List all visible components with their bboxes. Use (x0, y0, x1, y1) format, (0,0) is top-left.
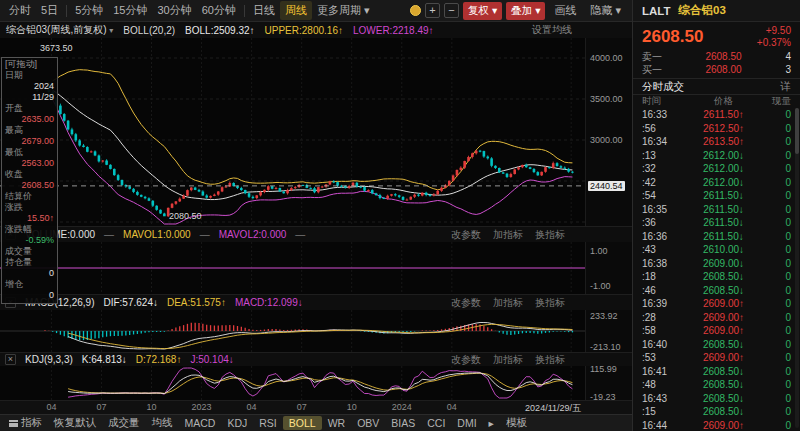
tick-time: 16:43 (642, 393, 678, 404)
indicator-button-10[interactable]: BIAS (385, 416, 421, 430)
ohlc-tooltip[interactable]: [可拖动]日期202411/29开盘2635.00最高2679.00最低2563… (1, 57, 58, 304)
macd-action-0[interactable]: 改参数 (451, 296, 481, 310)
period-button-0[interactable]: 分时 (4, 1, 36, 20)
indicator-button-2[interactable]: 成交量 (102, 415, 146, 431)
macd-chart-canvas[interactable] (0, 310, 585, 352)
tick-time: 16:36 (642, 231, 678, 242)
tooltip-field-value: 2635.00 (5, 114, 54, 125)
order-book: 卖一 2608.50 4 买一 2608.00 3 (633, 50, 800, 76)
tick-price: 2609.00↓ (678, 258, 769, 269)
bid-volume: 3 (773, 64, 791, 75)
volume-chart-canvas[interactable] (0, 242, 585, 294)
tick-volume: 0 (769, 352, 791, 363)
tick-price: 2611.50↓ (678, 190, 769, 201)
ask-volume: 4 (773, 51, 791, 62)
indicator-button-14[interactable]: 模板 (500, 415, 533, 431)
indicator-readout: BOLL:2509.32↑UPPER:2800.16↑LOWER:2218.49… (185, 25, 444, 36)
period-button-1[interactable]: 5日 (36, 1, 63, 20)
kdj-action-2[interactable]: 换指标 (535, 353, 565, 367)
main-chart-row: 3673.502080.50 4000.003500.003000.002440… (0, 38, 632, 226)
indicator-button-3[interactable]: 均线 (146, 415, 179, 431)
indicator-button-9[interactable]: OBV (351, 416, 385, 430)
tick-price: 2608.50↓ (678, 366, 769, 377)
tick-list-scrollbar[interactable] (795, 108, 799, 428)
indicator-button-8[interactable]: WR (322, 416, 352, 430)
macd-action-1[interactable]: 加指标 (493, 296, 523, 310)
period-button-4[interactable]: 30分钟 (153, 1, 197, 20)
tick-row: :462608.50↓0 (642, 284, 791, 298)
indicator-button-6[interactable]: RSI (253, 416, 283, 430)
toolbar-action-3[interactable]: 隐藏 ▾ (585, 1, 626, 20)
zoom-out-button[interactable]: − (444, 3, 459, 18)
tooltip-field-label: 结算价 (5, 191, 54, 202)
instrument-selector[interactable]: 综合铝03(周线,前复权) ▾ (6, 23, 113, 37)
tick-time: :56 (642, 123, 678, 134)
toolbar-action-2[interactable]: 画线 (549, 1, 581, 20)
tick-volume: 0 (769, 150, 791, 161)
indicator-button-0[interactable]: 指标 (3, 415, 48, 431)
tick-volume: 0 (769, 244, 791, 255)
kdj-action-1[interactable]: 加指标 (493, 353, 523, 367)
tick-row: 16:332611.50↑0 (642, 108, 791, 122)
indicator-button-4[interactable]: MACD (179, 416, 222, 430)
tick-volume: 0 (769, 325, 791, 336)
scrollbar-thumb[interactable] (795, 108, 799, 154)
y-axis-label: -213.10 (590, 342, 621, 352)
tick-time: 16:34 (642, 136, 678, 147)
x-axis-tick: 2024/11/29/五 (525, 402, 581, 415)
indicator-name[interactable]: BOLL(20,2) (123, 25, 175, 36)
tick-volume: 0 (769, 136, 791, 147)
period-button-2[interactable]: 5分钟 (70, 1, 108, 20)
indicator-button-13[interactable]: ▸ (483, 416, 500, 430)
last-price-block: 2608.50 +9.50 +0.37% (633, 22, 800, 50)
detail-link[interactable]: 详 (781, 80, 792, 94)
zoom-in-button[interactable]: + (425, 3, 440, 18)
coin-icon[interactable] (410, 5, 421, 16)
tick-time: :32 (642, 163, 678, 174)
volume-action-0[interactable]: 改参数 (451, 228, 481, 242)
trading-app: 分时5日5分钟15分钟30分钟60分钟日线周线更多周期 ▾+−复权 ▾叠加 ▾画… (0, 0, 800, 431)
x-axis-tick: 07 (96, 402, 106, 412)
tooltip-field-label: 涨跌 (5, 202, 54, 213)
indicator-button-12[interactable]: DMI (451, 416, 482, 430)
tick-row: 16:352611.50↓0 (642, 203, 791, 217)
kdj-action-0[interactable]: 改参数 (451, 353, 481, 367)
kdj-chart-canvas[interactable] (0, 366, 585, 400)
tick-price: 2612.50↑ (678, 123, 769, 134)
quote-header[interactable]: LALT 综合铝03 (633, 0, 800, 22)
tick-time: :53 (642, 352, 678, 363)
period-button-8[interactable]: 更多周期 ▾ (312, 1, 375, 20)
indicator-button-label: BOLL (289, 417, 316, 429)
tab-tick-trades[interactable]: 分时成交 (642, 80, 684, 94)
close-panel-icon[interactable]: × (5, 354, 16, 365)
indicator-button-7[interactable]: BOLL (283, 416, 322, 430)
period-button-3[interactable]: 15分钟 (108, 1, 152, 20)
tick-list[interactable]: 16:332611.50↑0:562612.50↑016:342613.50↑0… (633, 108, 800, 431)
indicator-menu-icon (9, 420, 18, 427)
indicator-button-11[interactable]: CCI (421, 416, 451, 430)
tick-price: 2613.50↑ (678, 136, 769, 147)
macd-action-2[interactable]: 换指标 (535, 296, 565, 310)
x-axis-tick: 2024 (392, 402, 412, 412)
indicator-button-label: RSI (259, 417, 277, 429)
toolbar-divider (66, 5, 67, 17)
period-button-6[interactable]: 日线 (248, 1, 280, 20)
tick-row: :182608.50↓0 (642, 270, 791, 284)
tick-time: :43 (642, 244, 678, 255)
volume-action-2[interactable]: 换指标 (535, 228, 565, 242)
period-button-7[interactable]: 周线 (280, 1, 312, 20)
toolbar-action-1[interactable]: 叠加 ▾ (506, 2, 545, 20)
indicator-button-1[interactable]: 恢复默认 (48, 415, 102, 431)
indicator-button-5[interactable]: KDJ (221, 416, 253, 430)
x-axis-row: 04071020230407102024042024/11/29/五 (0, 400, 632, 414)
tooltip-field-label: 成交量 (5, 246, 54, 257)
last-price: 2608.50 (642, 27, 703, 47)
tick-volume: 0 (769, 393, 791, 404)
tooltip-field-value: 2563.00 (5, 158, 54, 169)
main-chart-canvas[interactable]: 3673.502080.50 (0, 38, 585, 226)
period-button-5[interactable]: 60分钟 (197, 1, 241, 20)
ma-settings-button[interactable]: 设置均线 (532, 23, 572, 37)
chart-region: 分时5日5分钟15分钟30分钟60分钟日线周线更多周期 ▾+−复权 ▾叠加 ▾画… (0, 0, 633, 431)
volume-action-1[interactable]: 加指标 (493, 228, 523, 242)
toolbar-action-0[interactable]: 复权 ▾ (463, 2, 502, 20)
